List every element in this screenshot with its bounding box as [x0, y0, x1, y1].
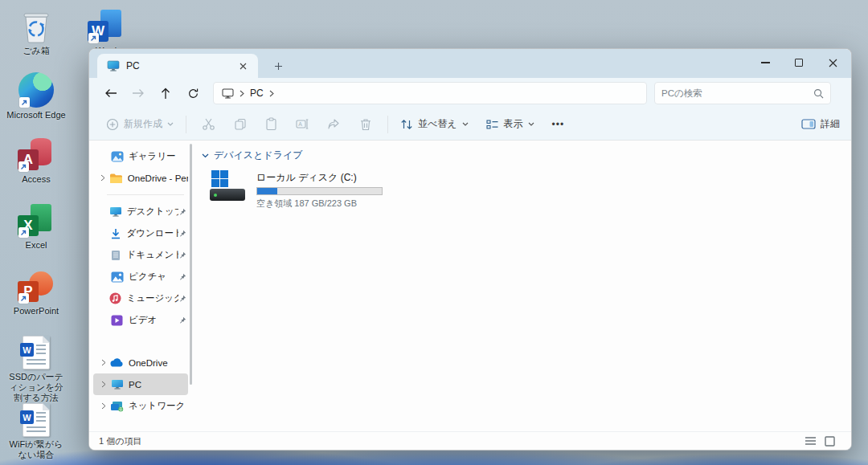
desktop-icon-label: WiFiが繋がらない場合 [5, 439, 68, 460]
desktop: ごみ箱 Microsoft Edge A Access X [0, 0, 868, 465]
paste-icon[interactable] [264, 116, 279, 132]
group-header-devices[interactable]: デバイスとドライブ [202, 149, 851, 162]
sidebar-item-label: ピクチャ [129, 271, 166, 283]
desktop-icon-label: PowerPoint [14, 306, 59, 316]
expand-chevron-icon[interactable] [98, 359, 108, 366]
shortcut-arrow-icon [18, 161, 29, 172]
monitor-icon [222, 88, 234, 99]
pin-icon [178, 273, 186, 281]
sidebar-item-downloads[interactable]: ダウンロード [93, 222, 188, 244]
view-icon [486, 119, 499, 130]
drive-item-c[interactable]: ローカル ディスク (C:) 空き領域 187 GB/223 GB [210, 170, 851, 210]
desktop-icon-powerpoint[interactable]: P PowerPoint [5, 267, 68, 316]
forward-icon[interactable] [125, 81, 152, 105]
desktop-icon-edge[interactable]: Microsoft Edge [5, 71, 68, 120]
large-icons-view-icon[interactable] [825, 436, 835, 447]
copy-icon[interactable] [232, 116, 248, 132]
sidebar-item-onedrive[interactable]: OneDrive [93, 352, 188, 373]
sort-button[interactable]: 並べ替え [395, 113, 474, 135]
desktop-icon-recycle-bin[interactable]: ごみ箱 [5, 6, 68, 56]
sidebar-item-music[interactable]: ミュージック [93, 288, 188, 309]
powerpoint-icon: P [18, 267, 55, 304]
sidebar-item-onedrive-personal[interactable]: OneDrive - Pers [93, 167, 188, 189]
command-bar: 新規作成 A [89, 108, 851, 141]
sort-button-label: 並べ替え [418, 117, 457, 131]
details-pane-button[interactable]: 詳細 [801, 117, 840, 131]
svg-text:A: A [298, 121, 302, 127]
chevron-right-icon[interactable] [269, 90, 274, 97]
chevron-down-icon [167, 122, 174, 126]
search-box[interactable] [654, 82, 831, 104]
desktop-folder-icon [109, 205, 122, 218]
desktop-icon-excel[interactable]: X Excel [5, 201, 68, 251]
sidebar-item-videos[interactable]: ビデオ [93, 309, 188, 331]
pictures-icon [110, 270, 124, 283]
refresh-icon[interactable] [179, 81, 207, 105]
network-icon [110, 399, 124, 413]
separator [186, 116, 186, 133]
search-icon [813, 88, 824, 99]
drive-usage-bar [256, 187, 383, 195]
pin-icon [178, 208, 186, 216]
sidebar-item-label: ドキュメント [126, 249, 178, 261]
up-icon[interactable] [152, 81, 179, 105]
share-icon[interactable] [326, 116, 342, 132]
tab-pc[interactable]: PC [97, 54, 258, 78]
minimize-button[interactable] [748, 49, 782, 76]
close-button[interactable] [816, 49, 850, 76]
downloads-icon [109, 226, 122, 240]
sidebar-item-desktop[interactable]: デスクトップ [93, 201, 188, 222]
collapse-chevron-icon [202, 153, 209, 158]
word-document-icon: W [23, 332, 50, 369]
back-icon[interactable] [97, 81, 125, 105]
more-button[interactable]: ••• [547, 115, 571, 134]
details-pane-label: 詳細 [821, 117, 840, 131]
sidebar-item-network[interactable]: ネットワーク [93, 395, 188, 417]
desktop-icon-word-doc-ssd[interactable]: W SSDのパーティションを分割する方法 [5, 332, 68, 403]
edge-icon [18, 71, 54, 108]
cut-icon[interactable] [201, 116, 216, 132]
details-pane-icon [801, 119, 816, 129]
sidebar-scrollbar[interactable] [190, 144, 192, 385]
maximize-button[interactable] [782, 49, 816, 76]
view-button[interactable]: 表示 [481, 113, 540, 135]
expand-chevron-icon[interactable] [98, 402, 108, 410]
desktop-icon-access[interactable]: A Access [5, 135, 68, 185]
sidebar-item-documents[interactable]: ドキュメント [93, 244, 188, 266]
expand-chevron-icon[interactable] [98, 381, 108, 388]
expand-chevron-icon[interactable] [98, 174, 108, 182]
search-input[interactable] [661, 88, 813, 98]
desktop-icon-label: Excel [26, 240, 47, 251]
onedrive-cloud-icon [110, 356, 124, 369]
desktop-icon-label: SSDのパーティションを分割する方法 [5, 372, 68, 403]
delete-icon[interactable] [358, 116, 373, 132]
desktop-icon-word-doc-wifi[interactable]: W WiFiが繋がらない場合 [5, 400, 68, 460]
sidebar-item-label: OneDrive - Pers [128, 173, 188, 183]
sidebar-item-gallery[interactable]: ギャラリー [93, 145, 188, 167]
chevron-down-icon [528, 122, 534, 126]
address-bar[interactable]: PC [213, 82, 647, 104]
navigation-pane: ギャラリー OneDrive - Pers デスクトップ [89, 141, 192, 431]
folder-icon [109, 171, 123, 185]
word-icon: W [88, 6, 125, 43]
rename-icon[interactable]: A [295, 116, 310, 132]
status-bar: 1 個の項目 [89, 431, 851, 450]
shortcut-arrow-icon [18, 227, 29, 238]
gallery-icon [110, 149, 124, 163]
file-explorer-window: PC [88, 48, 852, 451]
list-view-icon[interactable] [805, 436, 817, 447]
separator [107, 194, 184, 195]
breadcrumb-pc[interactable]: PC [250, 88, 264, 99]
sidebar-item-label: ビデオ [129, 314, 157, 326]
pc-monitor-icon [110, 377, 124, 391]
new-button[interactable]: 新規作成 [100, 113, 179, 135]
local-disk-icon [210, 170, 248, 202]
sidebar-item-pictures[interactable]: ピクチャ [93, 266, 188, 288]
item-count: 1 個の項目 [99, 435, 141, 447]
separator [387, 116, 388, 133]
sidebar-item-pc[interactable]: PC [93, 373, 188, 395]
new-tab-icon[interactable] [269, 57, 287, 75]
pin-icon [178, 251, 186, 259]
drive-free-space: 空き領域 187 GB/223 GB [256, 198, 383, 210]
tab-close-icon[interactable] [234, 57, 252, 75]
